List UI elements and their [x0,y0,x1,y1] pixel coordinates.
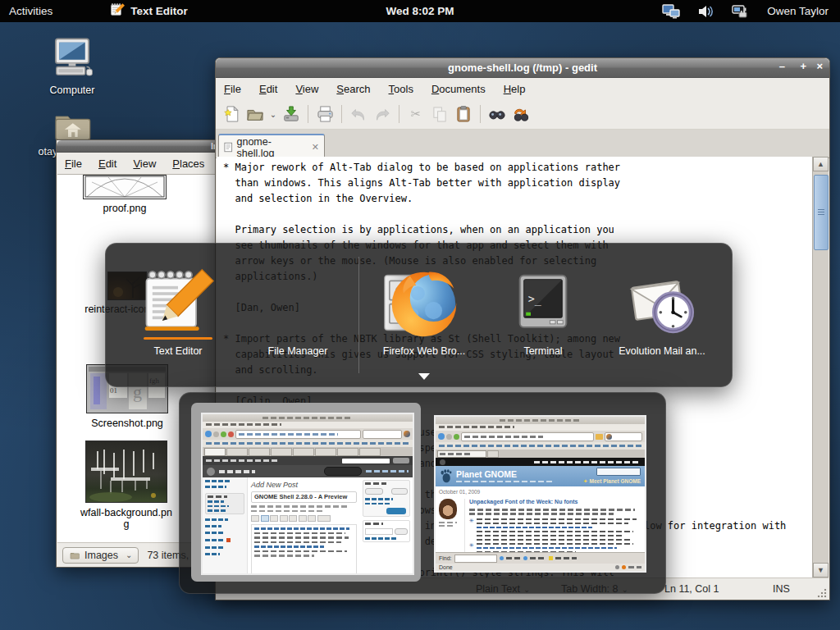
fm-menu-places[interactable]: Places [172,158,204,170]
image-thumbnail [83,175,167,199]
window-title: gnome-shell.log (/tmp) - gedit [448,62,597,74]
app-menu[interactable]: Text Editor [101,0,197,22]
svg-text:01: 01 [110,386,117,395]
volume-status-icon[interactable] [689,0,723,22]
fm-menu-view[interactable]: View [133,158,156,170]
star-icon: ✦ [583,478,588,485]
chevron-down-icon: ⌄ [270,110,276,119]
menu-tools[interactable]: Tools [389,83,413,95]
print-button[interactable] [314,103,336,126]
document-icon [224,142,233,153]
redo-button[interactable] [372,103,393,126]
toolbar-separator [308,105,308,123]
window-thumbnail-wordpress[interactable]: Add New Post GNOME Shell 2.28.0 - A Prev… [201,413,414,575]
new-document-button[interactable] [221,103,242,126]
toolbar-separator [341,105,342,123]
menu-edit[interactable]: Edit [259,83,277,95]
alt-tab-label: Terminal [486,345,600,357]
vertical-scrollbar[interactable]: ▲ ▼ [812,157,829,578]
tab-gnome-shell-log[interactable]: gnome-shell.log ✕ [218,134,325,159]
file-name-label: proof.png [74,203,176,214]
wp-publish-button [386,508,406,514]
wp-main: Add New Post GNOME Shell 2.28.0 - A Prev… [248,477,360,575]
alt-tab-label: Text Editor [121,345,235,357]
battery-status-icon[interactable] [723,0,758,22]
gedit-tabbar: gnome-shell.log ✕ [216,130,829,158]
gedit-titlebar[interactable]: gnome-shell.log (/tmp) - gedit – + × [216,58,829,78]
alt-tab-label: Evolution Mail an... [605,345,719,357]
top-panel: Activities Text Editor Wed 8:02 PM [0,0,840,22]
file-item[interactable]: proof.png [74,175,176,214]
copy-button[interactable] [429,103,450,126]
find-label: Find: [439,555,452,562]
scroll-up-button[interactable]: ▲ [813,157,829,171]
close-button[interactable]: × [816,60,823,72]
open-recent-dropdown[interactable]: ⌄ [268,103,278,126]
fm-location-label: Images [84,550,118,561]
menu-search[interactable]: Search [336,83,370,95]
overwrite-mode: INS [773,583,790,595]
avatar [439,499,457,519]
open-button[interactable] [244,103,266,126]
user-menu[interactable]: Owen Taylor [758,0,840,22]
activities-button[interactable]: Activities [0,0,62,22]
minimize-button[interactable]: – [779,60,785,72]
scrollbar-thumb[interactable] [814,175,829,250]
menu-file[interactable]: File [224,83,241,95]
scissors-icon: ✂ [411,107,422,121]
window-list-arrow-icon[interactable] [418,373,430,380]
alt-tab-app-evolution[interactable] [628,268,698,339]
alt-tab-switcher: Text Editor File Manager [105,243,733,387]
back-icon [205,431,212,437]
menu-documents[interactable]: Documents [431,83,486,95]
text-editor-icon [110,2,125,20]
alt-tab-label: File Manager [240,345,355,357]
fm-menu-file[interactable]: File [65,158,82,170]
alt-tab-app-text-editor[interactable] [142,267,214,339]
file-item[interactable]: wfall-background.png [79,441,174,530]
tab-close-icon[interactable]: ✕ [312,142,319,153]
scroll-down-button[interactable]: ▼ [813,563,829,578]
maximize-button[interactable]: + [800,60,806,72]
paste-button[interactable] [453,103,474,126]
wp-heading: Add New Post [251,482,357,488]
home-folder-icon [52,107,93,143]
resize-grip[interactable] [816,587,827,598]
fm-menu-edit[interactable]: Edit [98,158,116,170]
search-field [363,430,402,439]
computer-icon [49,34,95,82]
cursor-position: Ln 11, Col 1 [664,583,719,595]
toolbar-separator [480,105,481,123]
wp-sidebar [203,477,248,575]
text-line: * Major rework of Alt-Tab dialog to be b… [223,162,812,177]
url-field [461,432,594,441]
alt-tab-label: Firefox Web Bro... [367,345,482,357]
window-thumbnail-planet-gnome[interactable]: Planet GNOME ✦ Meet Planet GNOME October… [434,415,646,573]
app-menu-label: Text Editor [130,5,188,17]
gedit-toolbar: ⌄ ✂ [216,99,829,130]
selected-app-underline [144,337,212,340]
cut-button[interactable]: ✂ [405,103,427,126]
browser-status: Done [439,564,453,571]
desktop-icon-label: Computer [21,84,123,96]
meet-planet-link[interactable]: Meet Planet GNOME [590,478,641,485]
save-button[interactable] [281,103,302,126]
toolbar-separator [399,105,399,123]
text-line: than windows. This aligns Alt-Tab better… [223,177,812,193]
network-status-icon[interactable] [653,0,689,22]
desktop-icon-computer[interactable]: Computer [21,34,123,96]
undo-button[interactable] [348,103,369,126]
planet-site-title: Planet GNOME [456,470,553,479]
activities-label: Activities [9,5,52,17]
menu-view[interactable]: View [295,83,318,95]
file-name-label: Screenshot.png [74,418,180,429]
alt-tab-app-firefox[interactable] [386,265,462,340]
replace-button[interactable] [510,103,532,126]
menu-help[interactable]: Help [504,83,526,95]
text-line [223,208,812,224]
planet-post-heading[interactable]: Unpackaged Font of the Week: Nu fonts [469,499,641,505]
find-button[interactable] [486,103,508,126]
clock[interactable]: Wed 8:02 PM [386,0,454,22]
alt-tab-app-terminal[interactable]: >_ [510,270,576,336]
fm-location-dropdown[interactable]: Images ⌄ [62,547,139,564]
